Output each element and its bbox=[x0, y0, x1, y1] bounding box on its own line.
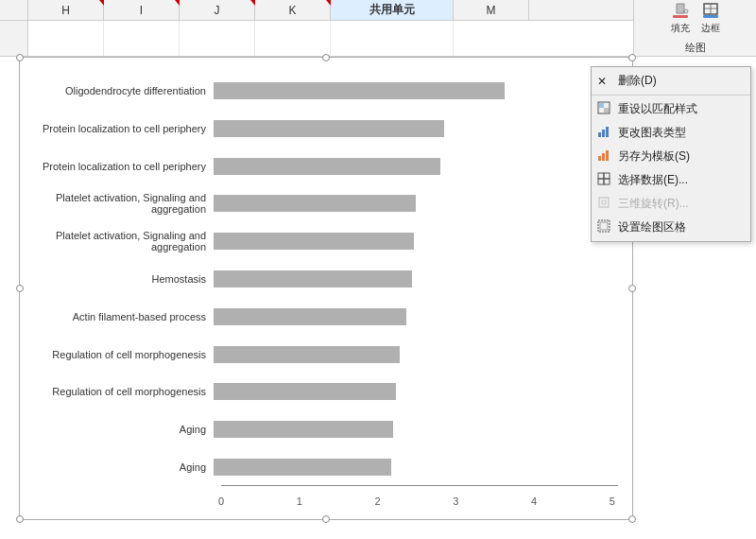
fill-icon bbox=[670, 1, 691, 20]
svg-rect-19 bbox=[604, 179, 610, 184]
x-tick-1: 1 bbox=[297, 496, 302, 507]
x-tick-3: 3 bbox=[453, 496, 458, 507]
delete-icon: ✕ bbox=[597, 75, 607, 88]
fill-label: 填充 bbox=[671, 22, 690, 35]
svg-rect-12 bbox=[606, 127, 609, 137]
format-plot-icon bbox=[597, 219, 610, 235]
ctx-reset-style-label: 重设以匹配样式 bbox=[618, 101, 697, 117]
save-template-icon bbox=[597, 148, 610, 165]
bar-row-7: Actin filament-based process bbox=[29, 302, 618, 332]
ctx-3d-rotate[interactable]: 三维旋转(R)... bbox=[592, 192, 750, 216]
col-header-K: K bbox=[255, 0, 331, 20]
bar-fill-9 bbox=[214, 383, 396, 400]
bar-label-6: Hemostasis bbox=[29, 273, 214, 285]
border-button[interactable]: 边框 bbox=[700, 1, 721, 35]
svg-rect-18 bbox=[598, 179, 604, 184]
border-icon bbox=[700, 1, 721, 20]
svg-rect-22 bbox=[600, 222, 608, 230]
handle-tl[interactable] bbox=[16, 54, 24, 61]
bar-label-2: Protein localization to cell periphery bbox=[29, 123, 214, 134]
handle-tr[interactable] bbox=[628, 54, 636, 61]
col-header-L: 共用单元 bbox=[331, 0, 454, 20]
bar-label-3: Protein localization to cell periphery bbox=[29, 161, 214, 172]
ctx-format-plot[interactable]: 设置绘图区格 bbox=[592, 216, 750, 239]
bar-row-10: Aging bbox=[29, 414, 618, 444]
svg-rect-0 bbox=[673, 15, 688, 18]
handle-br[interactable] bbox=[628, 515, 636, 523]
bar-row-2: Protein localization to cell periphery bbox=[29, 113, 618, 144]
ctx-reset-style[interactable]: 重设以匹配样式 bbox=[592, 97, 750, 121]
ctx-select-data[interactable]: 选择数据(E)... bbox=[592, 168, 750, 192]
ctx-change-chart[interactable]: 更改图表类型 bbox=[592, 121, 750, 145]
bar-row-11: Aging bbox=[29, 452, 618, 482]
bar-row-8: Regulation of cell morphogenesis bbox=[29, 339, 618, 370]
bar-fill-7 bbox=[214, 308, 406, 325]
x-tick-5: 5 bbox=[610, 496, 615, 507]
bar-label-9: Regulation of cell morphogenesis bbox=[29, 386, 214, 397]
ctx-save-template[interactable]: 另存为模板(S) bbox=[592, 145, 750, 168]
handle-bc[interactable] bbox=[322, 515, 330, 523]
border-label: 边框 bbox=[701, 22, 720, 35]
toolbar-icons: 填充 边框 bbox=[670, 1, 721, 35]
col-header-I: I bbox=[104, 0, 180, 20]
draw-label: 绘图 bbox=[685, 41, 706, 55]
3d-rotate-icon bbox=[597, 196, 610, 212]
column-header-row: H I J K 共用单元 M bbox=[0, 0, 633, 21]
bar-fill-1 bbox=[214, 82, 505, 99]
col-header-J: J bbox=[180, 0, 255, 20]
bar-fill-10 bbox=[214, 421, 393, 438]
bar-row-6: Hemostasis bbox=[29, 264, 618, 294]
bar-label-8: Regulation of cell morphogenesis bbox=[29, 349, 214, 360]
bar-row-5: Platelet activation, Signaling and aggre… bbox=[29, 226, 618, 256]
select-data-icon bbox=[597, 172, 610, 188]
ctx-format-plot-label: 设置绘图区格 bbox=[618, 219, 686, 235]
bar-row-9: Regulation of cell morphogenesis bbox=[29, 376, 618, 407]
x-axis-ticks: 0 1 2 3 4 5 bbox=[221, 496, 618, 507]
handle-tc[interactable] bbox=[322, 54, 330, 61]
toolbar-area: 填充 边框 绘图 bbox=[633, 0, 756, 57]
bar-row-1: Oligodendrocyte differentiation bbox=[29, 76, 618, 106]
bar-fill-5 bbox=[214, 233, 414, 250]
svg-rect-8 bbox=[599, 103, 604, 108]
chart-container: Oligodendrocyte differentiation Protein … bbox=[19, 57, 633, 520]
svg-rect-13 bbox=[598, 156, 601, 161]
bar-label-7: Actin filament-based process bbox=[29, 311, 214, 322]
fill-button[interactable]: 填充 bbox=[670, 1, 691, 35]
handle-bl[interactable] bbox=[16, 515, 24, 523]
col-header-M: M bbox=[454, 0, 529, 20]
merge-label: 共用单元 bbox=[369, 2, 415, 18]
context-menu: ✕ 删除(D) 重设以匹配样式 更改图表类型 bbox=[591, 66, 751, 242]
ctx-delete-label: 删除(D) bbox=[618, 73, 657, 89]
bar-fill-2 bbox=[214, 120, 444, 137]
handle-ml[interactable] bbox=[16, 285, 24, 292]
x-tick-2: 2 bbox=[374, 496, 380, 507]
bar-label-5: Platelet activation, Signaling and aggre… bbox=[29, 230, 214, 252]
col-header-H: H bbox=[28, 0, 104, 20]
svg-point-1 bbox=[684, 9, 688, 13]
bar-label-4: Platelet activation, Signaling and aggre… bbox=[29, 192, 214, 215]
svg-rect-14 bbox=[602, 153, 605, 161]
svg-rect-15 bbox=[606, 150, 609, 161]
bar-row-3: Protein localization to cell periphery bbox=[29, 151, 618, 182]
svg-rect-17 bbox=[604, 173, 610, 179]
ctx-separator-1 bbox=[592, 95, 750, 96]
x-tick-4: 4 bbox=[531, 496, 537, 507]
handle-mr[interactable] bbox=[628, 285, 636, 292]
svg-rect-9 bbox=[604, 108, 609, 113]
ctx-change-chart-label: 更改图表类型 bbox=[618, 125, 686, 141]
bar-row-4: Platelet activation, Signaling and aggre… bbox=[29, 188, 618, 218]
x-tick-0: 0 bbox=[218, 496, 224, 507]
bar-fill-8 bbox=[214, 346, 400, 363]
ctx-delete[interactable]: ✕ 删除(D) bbox=[592, 69, 750, 93]
bar-fill-6 bbox=[214, 270, 412, 287]
ctx-3d-rotate-label: 三维旋转(R)... bbox=[618, 196, 689, 212]
svg-rect-10 bbox=[598, 132, 601, 137]
bar-fill-3 bbox=[214, 158, 440, 175]
svg-rect-3 bbox=[703, 15, 718, 18]
bar-label-11: Aging bbox=[29, 461, 214, 473]
change-chart-icon bbox=[597, 125, 610, 141]
svg-rect-11 bbox=[602, 130, 605, 137]
ctx-select-data-label: 选择数据(E)... bbox=[618, 172, 688, 188]
bar-label-10: Aging bbox=[29, 424, 214, 435]
svg-rect-16 bbox=[598, 173, 604, 179]
